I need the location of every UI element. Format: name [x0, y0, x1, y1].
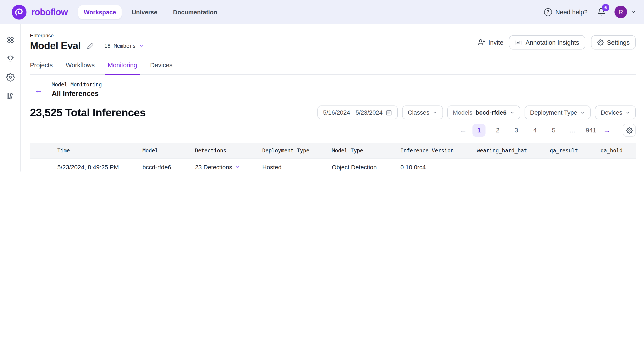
tab-workflows[interactable]: Workflows: [63, 62, 97, 74]
cell-model-type: Object Detection: [332, 164, 400, 170]
column-header: Model Type: [332, 148, 400, 154]
gear-icon: [597, 39, 604, 46]
brand-wordmark: roboflow: [31, 7, 68, 17]
workspace-tabs: ProjectsWorkflowsMonitoringDevices: [30, 62, 636, 75]
page-title: All Inferences: [52, 90, 102, 98]
edit-pencil-icon[interactable]: [87, 42, 94, 49]
nav-link-universe[interactable]: Universe: [126, 5, 163, 19]
page-button-3[interactable]: 3: [510, 124, 523, 137]
column-header: Inference Version: [400, 148, 477, 154]
pagination-row: ← 12345…941 →: [30, 124, 636, 137]
chevron-down-icon: [625, 110, 630, 115]
members-dropdown[interactable]: 18 Members: [104, 43, 144, 49]
settings-button[interactable]: Settings: [591, 35, 636, 50]
page-button-1[interactable]: 1: [472, 124, 486, 137]
notifications-button[interactable]: 6: [597, 8, 606, 16]
user-plus-icon: [478, 39, 485, 46]
prev-page-arrow-icon[interactable]: ←: [460, 126, 467, 134]
tab-devices[interactable]: Devices: [148, 62, 175, 74]
tab-monitoring[interactable]: Monitoring: [105, 62, 140, 75]
page-ellipsis: …: [566, 124, 579, 137]
models-filter[interactable]: Models bccd-rfde6: [447, 106, 520, 120]
page-button-2[interactable]: 2: [491, 124, 504, 137]
detections-dropdown[interactable]: 23 Detections: [195, 164, 262, 170]
roboflow-logo[interactable]: roboflow: [12, 4, 68, 19]
tab-projects[interactable]: Projects: [27, 62, 55, 74]
calendar-icon: [386, 109, 392, 116]
back-arrow-icon[interactable]: ←: [34, 86, 42, 94]
table-row[interactable]: 5/23/2024, 8:49:25 PM bccd-rfde6 23 Dete…: [30, 159, 636, 172]
table-settings-gear-button[interactable]: [623, 124, 636, 137]
column-header: Time: [57, 148, 142, 154]
column-header: Detections: [195, 148, 262, 154]
notification-badge: 6: [602, 4, 609, 11]
chart-icon: [515, 39, 522, 46]
top-navbar: roboflow WorkspaceUniverseDocumentation …: [0, 0, 644, 24]
column-header: wearing_hard_hat: [477, 148, 550, 154]
nav-link-documentation[interactable]: Documentation: [168, 5, 223, 19]
chevron-down-icon: [580, 110, 585, 115]
members-chevron-down-icon: [139, 44, 144, 48]
need-help-button[interactable]: ? Need help?: [544, 8, 588, 16]
pagination: ← 12345…941 →: [460, 124, 610, 137]
column-header: Deployment Type: [262, 148, 332, 154]
next-page-arrow-icon[interactable]: →: [603, 126, 610, 134]
help-question-icon: ?: [544, 8, 552, 16]
account-menu-chevron-down-icon[interactable]: [630, 9, 636, 15]
breadcrumb: Model Monitoring: [52, 82, 102, 88]
page-button-941[interactable]: 941: [584, 124, 598, 137]
devices-filter[interactable]: Devices: [595, 106, 636, 120]
filter-bar: 5/16/2024 - 5/23/2024 Classes: [318, 106, 636, 120]
library-books-icon[interactable]: [6, 92, 14, 100]
workspace-actions: Invite Annotation Insights: [478, 35, 636, 50]
cell-deployment-type: Hosted: [262, 164, 332, 170]
need-help-label: Need help?: [556, 8, 588, 16]
chevron-down-icon: [235, 164, 240, 169]
column-header: qa_result: [550, 148, 600, 154]
page-button-5[interactable]: 5: [547, 124, 560, 137]
primary-nav: WorkspaceUniverseDocumentation: [78, 5, 223, 19]
avatar[interactable]: R: [614, 6, 627, 18]
members-label: 18 Members: [104, 43, 136, 49]
chevron-down-icon: [510, 110, 514, 115]
deployment-type-filter[interactable]: Deployment Type: [524, 106, 590, 120]
cell-model: bccd-rfde6: [142, 164, 195, 170]
date-range-filter[interactable]: 5/16/2024 - 5/23/2024: [318, 106, 398, 120]
total-inferences-heading: 23,525 Total Inferences: [30, 106, 146, 119]
lightbulb-icon[interactable]: [6, 54, 14, 63]
app-window: roboflow WorkspaceUniverseDocumentation …: [0, 0, 644, 172]
nav-link-workspace[interactable]: Workspace: [78, 5, 122, 19]
workspace-title: Model Eval: [30, 40, 81, 52]
column-header: Model: [142, 148, 195, 154]
page-button-4[interactable]: 4: [528, 124, 542, 137]
classes-filter[interactable]: Classes: [402, 106, 443, 120]
inferences-table: TimeModelDetectionsDeployment TypeModel …: [30, 143, 636, 172]
main-content: Enterprise Model Eval 18 Members: [21, 24, 644, 172]
annotate-tools-icon[interactable]: [6, 36, 14, 44]
cell-inference-version: 0.10.0rc4: [400, 164, 477, 170]
left-sidebar: [0, 24, 21, 172]
monitoring-header: ← Model Monitoring All Inferences: [30, 82, 636, 98]
navbar-right: ? Need help? 6 R: [544, 6, 636, 18]
chevron-down-icon: [432, 110, 437, 115]
column-header: qa_hold: [600, 148, 636, 154]
cell-time: 5/23/2024, 8:49:25 PM: [57, 164, 142, 170]
roboflow-mark-icon: [12, 4, 26, 19]
table-header-row: TimeModelDetectionsDeployment TypeModel …: [30, 143, 636, 159]
settings-gear-icon[interactable]: [6, 73, 14, 82]
annotation-insights-button[interactable]: Annotation Insights: [509, 35, 586, 50]
invite-button[interactable]: Invite: [478, 39, 503, 46]
